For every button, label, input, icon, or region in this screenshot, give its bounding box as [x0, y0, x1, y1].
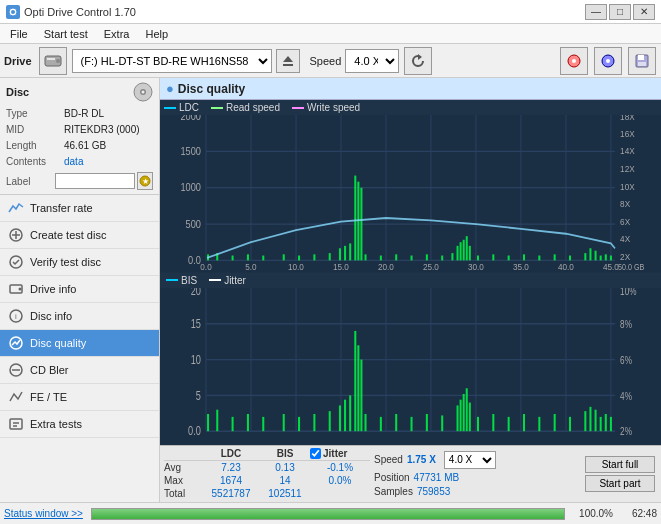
svg-rect-83 — [339, 248, 341, 260]
maximize-button[interactable]: □ — [609, 4, 631, 20]
svg-rect-142 — [247, 414, 249, 431]
svg-text:8%: 8% — [620, 317, 632, 330]
jitter-checkbox[interactable] — [310, 448, 321, 459]
sidebar-item-disc-info[interactable]: i Disc info — [0, 303, 159, 330]
sidebar-item-drive-info[interactable]: Drive info — [0, 276, 159, 303]
menu-help[interactable]: Help — [139, 27, 174, 41]
progress-bar — [92, 509, 564, 519]
svg-text:0.0: 0.0 — [200, 261, 211, 272]
sidebar-item-extra-tests[interactable]: Extra tests — [0, 411, 159, 438]
svg-text:5: 5 — [196, 388, 201, 402]
bottom-chart-svg: 20 15 10 5 0.0 10% 8% 6% 4% 2% — [160, 288, 661, 446]
total-row: Total 5521787 102511 — [164, 487, 370, 500]
svg-text:5.0: 5.0 — [245, 261, 256, 272]
disc-label-edit-button[interactable]: ★ — [137, 172, 153, 190]
sidebar-item-disc-quality[interactable]: Disc quality — [0, 330, 159, 357]
title-bar-title: Opti Drive Control 1.70 — [24, 6, 136, 18]
svg-rect-109 — [589, 248, 591, 260]
drive-label: Drive — [4, 55, 32, 67]
sidebar-item-create-test-disc[interactable]: Create test disc — [0, 222, 159, 249]
save-button[interactable] — [628, 47, 656, 75]
drive-select[interactable]: (F:) HL-DT-ST BD-RE WH16NS58 TST4 — [72, 49, 272, 73]
disc-quality-icon — [8, 335, 24, 351]
disc-contents-row: Contents data — [6, 154, 153, 170]
disc-read-button[interactable] — [594, 47, 622, 75]
svg-rect-141 — [232, 416, 234, 430]
progress-container — [91, 508, 565, 520]
menu-start-test[interactable]: Start test — [38, 27, 94, 41]
menu-file[interactable]: File — [4, 27, 34, 41]
svg-text:45.0: 45.0 — [603, 261, 619, 272]
drive-icon — [39, 47, 67, 75]
start-part-button[interactable]: Start part — [585, 475, 655, 492]
avg-label: Avg — [164, 462, 202, 473]
bis-legend-dot — [166, 279, 178, 281]
max-row: Max 1674 14 0.0% — [164, 474, 370, 487]
disc-write-button[interactable] — [560, 47, 588, 75]
svg-rect-78 — [262, 256, 264, 261]
sidebar-item-transfer-rate[interactable]: Transfer rate — [0, 195, 159, 222]
svg-rect-104 — [523, 254, 525, 260]
minimize-button[interactable]: — — [585, 4, 607, 20]
svg-rect-92 — [411, 256, 413, 261]
jitter-header: Jitter — [323, 448, 347, 459]
svg-rect-13 — [638, 55, 644, 60]
svg-point-4 — [56, 59, 60, 63]
svg-rect-91 — [395, 254, 397, 260]
status-window-button[interactable]: Status window >> — [4, 508, 83, 519]
extra-tests-icon — [8, 416, 24, 432]
total-ldc: 5521787 — [202, 488, 260, 499]
svg-text:10.0: 10.0 — [288, 261, 304, 272]
svg-rect-102 — [492, 254, 494, 260]
svg-rect-144 — [283, 414, 285, 431]
svg-rect-146 — [313, 414, 315, 431]
start-full-button[interactable]: Start full — [585, 456, 655, 473]
close-button[interactable]: ✕ — [633, 4, 655, 20]
top-chart-svg: 2000 1500 1000 500 0.0 18X 16X 14X 12X 1… — [160, 115, 661, 273]
sidebar-item-cd-bler[interactable]: CD Bler — [0, 357, 159, 384]
samples-label: Samples — [374, 486, 413, 497]
max-bis: 14 — [260, 475, 310, 486]
svg-point-11 — [606, 59, 610, 63]
read-speed-legend-text: Read speed — [226, 102, 280, 113]
speed-select[interactable]: 4.0 X — [444, 451, 496, 469]
max-jitter: 0.0% — [310, 475, 370, 486]
svg-text:14X: 14X — [620, 145, 635, 156]
avg-jitter: -0.1% — [310, 462, 370, 473]
svg-rect-173 — [589, 406, 591, 430]
svg-rect-175 — [600, 416, 602, 430]
speed-select[interactable]: 4.0 X — [345, 49, 399, 73]
svg-text:20: 20 — [191, 288, 201, 297]
sidebar-item-verify-test-disc[interactable]: Verify test disc — [0, 249, 159, 276]
sidebar: Disc Type BD-R DL MID RITEKDR3 (000) Len… — [0, 78, 160, 502]
svg-rect-80 — [298, 256, 300, 261]
svg-rect-110 — [595, 251, 597, 261]
disc-icon — [133, 82, 153, 102]
sidebar-item-fe-te[interactable]: FE / TE — [0, 384, 159, 411]
svg-text:6X: 6X — [620, 217, 630, 228]
svg-rect-94 — [441, 256, 443, 261]
stats-header: LDC BIS Jitter — [164, 448, 370, 461]
svg-rect-111 — [600, 256, 602, 261]
menu-extra[interactable]: Extra — [98, 27, 136, 41]
disc-label-input[interactable] — [55, 173, 135, 189]
disc-panel-title: Disc — [6, 86, 29, 98]
refresh-button[interactable] — [404, 47, 432, 75]
svg-rect-90 — [380, 256, 382, 261]
drive-info-icon — [8, 281, 24, 297]
eject-button[interactable] — [276, 49, 300, 73]
svg-point-17 — [142, 91, 145, 94]
svg-text:40.0: 40.0 — [558, 261, 574, 272]
svg-point-9 — [572, 59, 576, 63]
svg-text:10%: 10% — [620, 288, 636, 297]
position-value: 47731 MB — [414, 472, 460, 483]
svg-rect-171 — [569, 416, 571, 430]
stats-table: LDC BIS Jitter Avg 7.23 0.13 -0.1% — [164, 448, 370, 500]
sidebar-nav: Transfer rate Create test disc Verify te… — [0, 195, 159, 438]
svg-text:4%: 4% — [620, 389, 632, 402]
cd-bler-icon — [8, 362, 24, 378]
create-test-disc-icon — [8, 227, 24, 243]
svg-rect-176 — [605, 414, 607, 431]
svg-rect-166 — [492, 414, 494, 431]
legend-bis: BIS — [166, 275, 197, 286]
